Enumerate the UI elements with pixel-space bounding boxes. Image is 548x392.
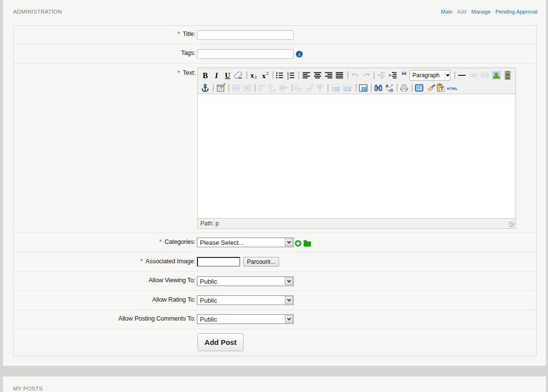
- svg-text:2: 2: [266, 71, 268, 76]
- svg-text:x: x: [250, 71, 254, 79]
- svg-text:B: B: [390, 88, 393, 93]
- svg-text:B: B: [202, 71, 208, 80]
- svg-text:A: A: [386, 84, 389, 88]
- svg-text:3: 3: [287, 77, 289, 80]
- svg-text:U: U: [225, 71, 230, 79]
- svg-text:x: x: [262, 72, 265, 80]
- svg-text:I: I: [214, 71, 218, 80]
- svg-text:HTML: HTML: [447, 86, 458, 91]
- svg-text:T: T: [440, 86, 443, 91]
- svg-text:“: “: [401, 70, 407, 80]
- svg-text:2: 2: [255, 75, 257, 80]
